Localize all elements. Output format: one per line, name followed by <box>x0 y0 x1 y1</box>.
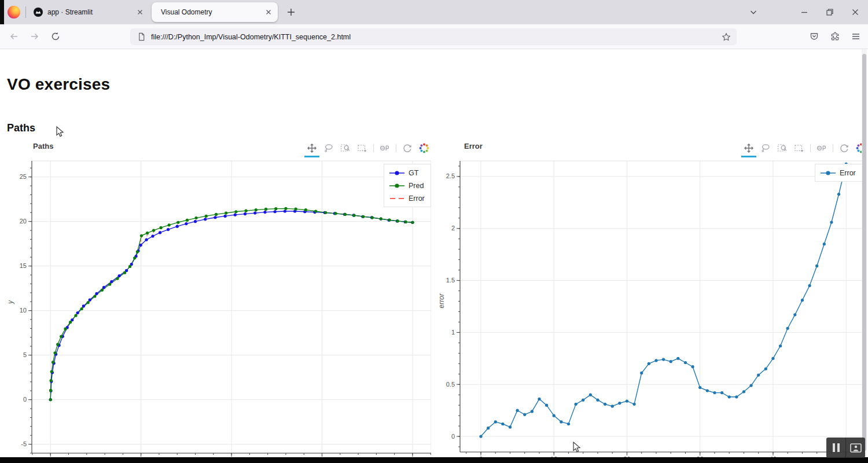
paths-chart-panel: Paths <box>7 139 431 463</box>
picture-frame-icon <box>850 443 862 453</box>
tab-separator <box>25 6 26 18</box>
extensions-puzzle-icon[interactable] <box>830 31 840 42</box>
svg-text:20: 20 <box>20 218 27 225</box>
back-button[interactable] <box>9 31 19 42</box>
scrollbar[interactable] <box>862 49 867 457</box>
lasso-select-icon[interactable] <box>760 142 771 154</box>
new-tab-button[interactable] <box>285 6 297 19</box>
wheel-zoom-icon[interactable] <box>379 142 391 154</box>
streamlit-favicon-icon <box>34 8 43 17</box>
url-text[interactable]: file:///D:/Python_Imp/Visual-Odometry/KI… <box>151 33 716 41</box>
pause-button[interactable] <box>826 438 845 458</box>
wheel-zoom-icon[interactable] <box>816 142 827 154</box>
svg-text:0.5: 0.5 <box>446 381 455 388</box>
tab-title: Visual Odometry <box>161 8 259 16</box>
close-window-button[interactable] <box>851 8 860 17</box>
legend-item-error: Error <box>821 168 856 178</box>
svg-text:25: 25 <box>20 173 27 180</box>
bokeh-logo[interactable] <box>418 142 430 154</box>
svg-text:0: 0 <box>451 433 455 440</box>
restore-button[interactable] <box>825 8 834 17</box>
pocket-icon[interactable] <box>809 31 819 42</box>
picture-frame-button[interactable] <box>846 438 865 458</box>
scrollbar-thumb[interactable] <box>862 54 866 451</box>
box-zoom-icon[interactable] <box>777 142 788 154</box>
browser-navigation-bar: file:///D:/Python_Imp/Visual-Odometry/KI… <box>0 24 868 49</box>
pan-icon[interactable] <box>743 142 755 154</box>
toolbar-separator <box>810 144 811 152</box>
toolbar-separator <box>833 144 833 152</box>
video-controls-overlay <box>826 438 865 458</box>
svg-text:0: 0 <box>23 396 27 403</box>
legend-item-gt: GT <box>389 168 425 178</box>
page-title: VO exercises <box>7 75 110 94</box>
mouse-cursor-ghost <box>573 442 582 454</box>
url-bar[interactable]: file:///D:/Python_Imp/Visual-Odometry/KI… <box>130 28 737 45</box>
svg-text:10: 10 <box>20 307 27 314</box>
reset-icon[interactable] <box>402 142 413 154</box>
svg-text:2: 2 <box>451 225 455 232</box>
lasso-select-icon[interactable] <box>323 142 334 154</box>
svg-text:15: 15 <box>20 262 27 269</box>
bookmark-star-icon[interactable] <box>722 32 731 42</box>
svg-text:-5: -5 <box>21 440 27 447</box>
reload-button[interactable] <box>50 31 61 42</box>
chart-legend: Error <box>815 164 862 182</box>
tab-close-icon[interactable] <box>135 8 145 17</box>
mouse-cursor <box>56 126 65 139</box>
legend-item-pred: Pred <box>389 181 425 190</box>
svg-text:1: 1 <box>451 329 455 336</box>
box-select-icon[interactable] <box>356 142 368 154</box>
tab-close-icon[interactable] <box>264 8 273 17</box>
error-chart-panel: Error <box>437 139 868 463</box>
page-icon <box>137 32 146 41</box>
toolbar-separator <box>396 144 396 152</box>
box-select-icon[interactable] <box>793 142 805 154</box>
browser-tab-bar: app · Streamlit Visual Odometry <box>0 0 868 24</box>
chart-legend: GTPredError <box>384 164 431 207</box>
video-letterbox-bar <box>0 457 868 463</box>
tab-visual-odometry[interactable]: Visual Odometry <box>152 2 278 22</box>
reset-icon[interactable] <box>838 142 850 154</box>
svg-text:2.5: 2.5 <box>446 172 455 179</box>
menu-hamburger-icon[interactable] <box>851 31 861 42</box>
legend-item-error: Error <box>389 193 425 203</box>
chart-title: Error <box>464 142 483 150</box>
chart-title: Paths <box>33 142 53 150</box>
toolbar-separator <box>373 144 374 152</box>
svg-text:1.5: 1.5 <box>446 277 455 284</box>
pan-icon[interactable] <box>306 142 318 154</box>
list-tabs-chevron-icon[interactable] <box>749 8 758 17</box>
svg-text:5: 5 <box>23 351 27 358</box>
tab-title: app · Streamlit <box>47 8 131 16</box>
error-plot-area[interactable]: 0102030405000.511.522.5 <box>437 153 868 463</box>
pause-icon <box>833 443 840 452</box>
firefox-logo-icon[interactable] <box>8 6 20 19</box>
window-edge <box>0 0 4 24</box>
minimize-button[interactable] <box>800 8 809 17</box>
box-zoom-icon[interactable] <box>340 142 351 154</box>
tab-streamlit[interactable]: app · Streamlit <box>28 2 149 22</box>
section-heading: Paths <box>7 122 35 134</box>
paths-plot-area[interactable]: 010203040-50510152025 <box>7 153 431 463</box>
forward-button[interactable] <box>30 31 40 42</box>
